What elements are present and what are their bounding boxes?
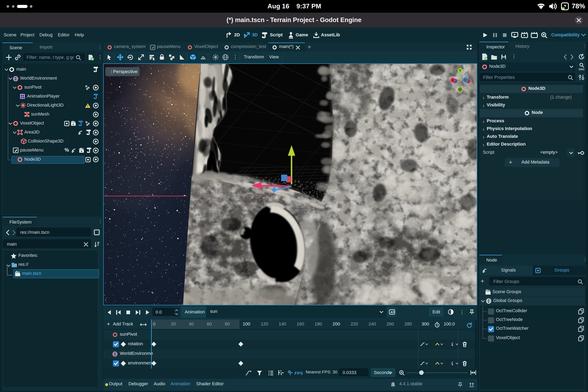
svg-text:Y: Y <box>459 68 461 72</box>
svg-text:⋮: ⋮ <box>110 70 114 74</box>
svg-text:A: A <box>390 310 392 314</box>
svg-text:n: n <box>280 370 282 372</box>
svg-text:Perspective: Perspective <box>113 69 138 74</box>
svg-text:DOC: DOC <box>579 68 584 71</box>
svg-text:X: X <box>452 78 454 82</box>
